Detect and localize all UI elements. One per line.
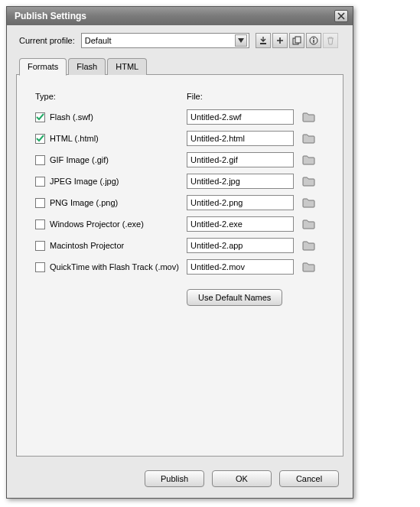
file-name-value: Untitled-2.swf (190, 112, 242, 122)
format-type-label: QuickTime with Flash Track (.mov) (50, 262, 179, 271)
button-label: Use Default Names (198, 293, 271, 302)
file-name-value: Untitled-2.html (190, 134, 245, 143)
profile-row: Current profile: Default (7, 25, 353, 53)
format-type-label: HTML (.html) (50, 134, 99, 143)
duplicate-icon (292, 36, 301, 45)
publish-button[interactable]: Publish (145, 470, 204, 487)
file-name-input[interactable]: Untitled-2.png (187, 195, 294, 210)
type-cell: QuickTime with Flash Track (.mov) (35, 262, 187, 272)
plus-icon (276, 37, 284, 44)
browse-folder-button[interactable] (301, 217, 317, 231)
format-row: JPEG Image (.jpg)Untitled-2.jpg (35, 173, 327, 190)
format-row: PNG Image (.png)Untitled-2.png (35, 194, 327, 211)
delete-profile-button (323, 33, 338, 48)
browse-folder-button[interactable] (301, 153, 317, 167)
file-name-input[interactable]: Untitled-2.swf (187, 109, 294, 125)
tab-label: HTML (116, 62, 138, 71)
format-checkbox[interactable] (35, 134, 45, 144)
use-default-names-button[interactable]: Use Default Names (187, 289, 282, 306)
bottom-bar: Publish OK Cancel (7, 464, 353, 498)
profile-properties-button[interactable] (306, 33, 321, 48)
format-checkbox[interactable] (35, 262, 45, 272)
svg-rect-1 (295, 37, 301, 43)
folder-icon (302, 197, 316, 208)
profile-select[interactable]: Default (81, 33, 249, 48)
folder-icon (302, 240, 316, 251)
format-type-label: PNG Image (.png) (50, 198, 118, 207)
file-name-input[interactable]: Untitled-2.gif (187, 152, 294, 167)
cancel-button[interactable]: Cancel (279, 470, 339, 487)
trash-icon (326, 36, 335, 45)
folder-icon (302, 154, 316, 165)
file-name-input[interactable]: Untitled-2.jpg (187, 174, 294, 189)
format-row: QuickTime with Flash Track (.mov)Untitle… (35, 258, 327, 275)
format-checkbox[interactable] (35, 177, 45, 187)
format-type-label: JPEG Image (.jpg) (50, 177, 119, 186)
format-row: Windows Projector (.exe)Untitled-2.exe (35, 216, 327, 232)
browse-folder-button[interactable] (301, 239, 317, 252)
column-headers: Type: File: (35, 92, 327, 101)
close-button[interactable] (334, 10, 348, 22)
format-rows: Flash (.swf)Untitled-2.swfHTML (.html)Un… (35, 109, 327, 275)
folder-icon (302, 262, 316, 272)
type-header: Type: (35, 92, 187, 101)
file-header: File: (187, 92, 327, 101)
profile-value: Default (85, 36, 112, 45)
file-name-value: Untitled-2.exe (190, 219, 243, 229)
file-name-input[interactable]: Untitled-2.app (187, 238, 294, 253)
profile-toolbar (256, 33, 338, 48)
formats-panel: Type: File: Flash (.swf)Untitled-2.swfHT… (16, 74, 343, 457)
chevron-down-icon (235, 34, 247, 47)
format-checkbox[interactable] (35, 219, 45, 229)
default-names-row: Use Default Names (187, 289, 327, 306)
file-name-input[interactable]: Untitled-2.mov (187, 259, 294, 275)
format-row: Macintosh ProjectorUntitled-2.app (35, 237, 327, 254)
duplicate-profile-button[interactable] (289, 33, 304, 48)
browse-folder-button[interactable] (301, 174, 317, 188)
format-type-label: Flash (.swf) (50, 112, 93, 122)
import-profile-button[interactable] (256, 33, 271, 48)
tab-label: Formats (28, 62, 58, 71)
tab-html[interactable]: HTML (107, 58, 147, 75)
tab-flash[interactable]: Flash (68, 58, 106, 75)
browse-folder-button[interactable] (301, 196, 317, 210)
titlebar: Publish Settings (7, 7, 353, 25)
tabs: Formats Flash HTML (7, 54, 353, 75)
type-cell: JPEG Image (.jpg) (35, 177, 187, 187)
format-type-label: Macintosh Projector (50, 241, 124, 250)
format-checkbox[interactable] (35, 155, 45, 165)
tab-formats[interactable]: Formats (19, 58, 67, 76)
folder-icon (302, 219, 316, 229)
format-checkbox[interactable] (35, 241, 45, 251)
import-icon (259, 36, 268, 45)
folder-icon (302, 133, 316, 144)
format-row: GIF Image (.gif)Untitled-2.gif (35, 151, 327, 168)
file-name-input[interactable]: Untitled-2.exe (187, 216, 294, 232)
browse-folder-button[interactable] (301, 260, 317, 274)
format-type-label: GIF Image (.gif) (50, 155, 109, 164)
profile-label: Current profile: (19, 36, 75, 45)
type-cell: PNG Image (.png) (35, 198, 187, 208)
button-label: OK (236, 474, 248, 483)
file-name-value: Untitled-2.jpg (190, 177, 240, 186)
button-label: Publish (161, 474, 188, 483)
file-name-value: Untitled-2.app (190, 241, 243, 250)
file-name-input[interactable]: Untitled-2.html (187, 131, 294, 146)
format-checkbox[interactable] (35, 198, 45, 208)
button-label: Cancel (296, 474, 322, 483)
tab-label: Flash (77, 62, 97, 71)
type-cell: GIF Image (.gif) (35, 155, 187, 165)
folder-icon (302, 112, 316, 122)
publish-settings-dialog: Publish Settings Current profile: Defaul… (6, 6, 353, 499)
browse-folder-button[interactable] (301, 132, 317, 145)
ok-button[interactable]: OK (212, 470, 272, 487)
format-checkbox[interactable] (35, 112, 45, 122)
info-icon (309, 36, 318, 45)
dialog-title: Publish Settings (15, 11, 86, 21)
type-cell: HTML (.html) (35, 134, 187, 144)
add-profile-button[interactable] (272, 33, 288, 48)
browse-folder-button[interactable] (301, 110, 317, 124)
type-cell: Windows Projector (.exe) (35, 219, 187, 229)
folder-icon (302, 176, 316, 187)
close-icon (337, 12, 345, 20)
